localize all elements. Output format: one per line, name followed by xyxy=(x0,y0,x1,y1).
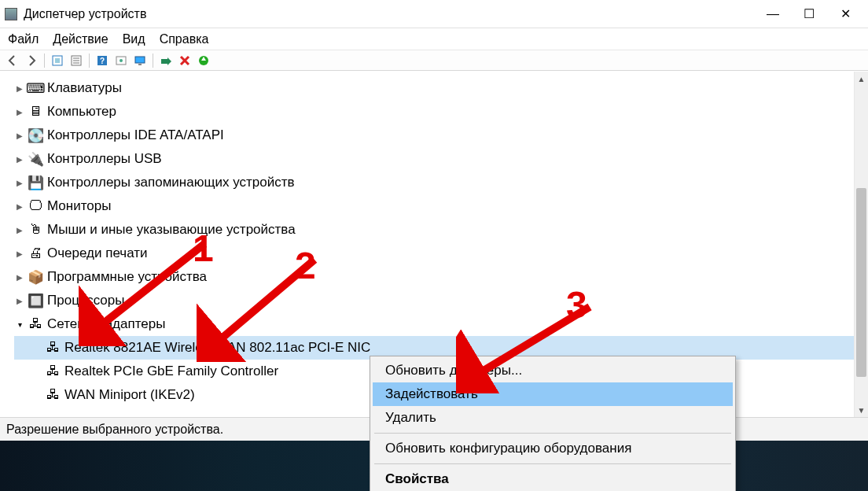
scroll-up-icon[interactable]: ▲ xyxy=(855,72,868,86)
enable-button[interactable] xyxy=(158,53,174,68)
chevron-right-icon[interactable]: ▶ xyxy=(14,130,25,141)
sep xyxy=(153,54,153,68)
window-title: Диспетчер устройств xyxy=(24,7,146,21)
chevron-right-icon[interactable]: ▶ xyxy=(14,248,25,259)
chevron-right-icon[interactable]: ▶ xyxy=(14,271,25,282)
sep xyxy=(44,54,45,68)
tree-label: Сетевые адаптеры xyxy=(47,316,165,332)
scroll-down-icon[interactable]: ▼ xyxy=(855,403,868,417)
disable-button[interactable] xyxy=(177,53,193,68)
tree-label: Мониторы xyxy=(47,198,111,214)
tree-label: Realtek PCIe GbE Family Controller xyxy=(64,364,278,379)
close-button[interactable]: ✕ xyxy=(827,2,863,26)
status-text: Разрешение выбранного устройства. xyxy=(6,423,223,437)
tree-node-storage[interactable]: ▶ 💾 Контроллеры запоминающих устройств xyxy=(14,171,854,194)
network-adapter-icon: 🖧 xyxy=(46,366,60,377)
menu-file[interactable]: Файл xyxy=(8,32,39,46)
drive-icon: 💽 xyxy=(28,130,42,141)
vertical-scrollbar[interactable]: ▲ ▼ xyxy=(854,72,868,417)
tree-label: Мыши и иные указывающие устройства xyxy=(47,222,296,238)
context-separator xyxy=(374,463,731,464)
chevron-right-icon[interactable]: ▶ xyxy=(14,177,25,188)
monitor-icon: 🖵 xyxy=(28,201,42,212)
svg-text:?: ? xyxy=(100,57,105,65)
tree-label: Контроллеры USB xyxy=(47,151,162,167)
toolbar: ? xyxy=(0,50,868,71)
tree-label: Контроллеры IDE ATA/ATAPI xyxy=(47,127,224,143)
chevron-right-icon[interactable]: ▶ xyxy=(14,106,25,117)
context-scan-hardware[interactable]: Обновить конфигурацию оборудования xyxy=(373,437,733,460)
tree-node-computer[interactable]: ▶ 🖥 Компьютер xyxy=(14,100,854,124)
network-icon: 🖧 xyxy=(28,319,42,330)
chevron-right-icon[interactable]: ▶ xyxy=(14,153,25,164)
back-button[interactable] xyxy=(5,53,20,68)
app-icon xyxy=(5,8,17,20)
svg-rect-10 xyxy=(135,57,145,63)
menu-help[interactable]: Справка xyxy=(160,32,209,46)
scroll-thumb[interactable] xyxy=(856,188,866,377)
chevron-right-icon[interactable]: ▶ xyxy=(14,224,25,235)
annotation-number-1: 1 xyxy=(193,227,214,270)
tree-label: Программные устройства xyxy=(47,269,207,285)
tree-label: Realtek 8821AE Wireless LAN 802.11ac PCI… xyxy=(64,340,370,356)
help-button[interactable]: ? xyxy=(94,53,110,68)
update-button[interactable] xyxy=(196,53,211,68)
tree-node-mice[interactable]: ▶ 🖱 Мыши и иные указывающие устройства xyxy=(14,218,854,242)
tree-node-keyboards[interactable]: ▶ ⌨ Клавиатуры xyxy=(14,76,854,100)
tree-node-usb[interactable]: ▶ 🔌 Контроллеры USB xyxy=(14,147,854,171)
tree-node-ide[interactable]: ▶ 💽 Контроллеры IDE ATA/ATAPI xyxy=(14,124,854,147)
software-icon: 📦 xyxy=(28,271,42,282)
usb-icon: 🔌 xyxy=(28,153,42,164)
annotation-number-3: 3 xyxy=(566,283,587,327)
show-hidden-button[interactable] xyxy=(50,53,65,68)
svg-marker-13 xyxy=(167,57,171,65)
chevron-down-icon[interactable]: ▾ xyxy=(14,319,25,330)
sep xyxy=(89,54,90,68)
titlebar: Диспетчер устройств — ☐ ✕ xyxy=(0,0,868,28)
svg-rect-12 xyxy=(161,59,167,64)
tree-node-printqueues[interactable]: ▶ 🖨 Очереди печати xyxy=(14,242,854,265)
storage-icon: 💾 xyxy=(28,177,42,188)
computer-icon: 🖥 xyxy=(28,106,42,117)
cpu-icon: 🔲 xyxy=(28,295,42,306)
tree-node-network-adapters[interactable]: ▾ 🖧 Сетевые адаптеры xyxy=(14,312,854,336)
scroll-track[interactable] xyxy=(855,86,868,403)
monitor-button[interactable] xyxy=(132,53,148,68)
network-adapter-icon: 🖧 xyxy=(46,342,60,353)
svg-rect-1 xyxy=(55,58,60,63)
context-delete[interactable]: Удалить xyxy=(373,406,733,430)
tree-label: Клавиатуры xyxy=(47,80,122,96)
tree-label: Компьютер xyxy=(47,104,116,120)
chevron-right-icon[interactable]: ▶ xyxy=(14,201,25,212)
menu-action[interactable]: Действие xyxy=(53,32,108,46)
minimize-button[interactable]: — xyxy=(755,2,791,26)
annotation-number-2: 2 xyxy=(295,244,316,287)
chevron-right-icon[interactable]: ▶ xyxy=(14,295,25,306)
tree-node-monitors[interactable]: ▶ 🖵 Мониторы xyxy=(14,194,854,218)
tree-label: Очереди печати xyxy=(47,246,148,261)
menubar: Файл Действие Вид Справка xyxy=(0,28,868,50)
keyboard-icon: ⌨ xyxy=(28,83,42,94)
svg-point-9 xyxy=(120,59,123,62)
tree-node-processors[interactable]: ▶ 🔲 Процессоры xyxy=(14,289,854,312)
svg-rect-11 xyxy=(138,64,142,65)
tree-label: Контроллеры запоминающих устройств xyxy=(47,175,294,190)
maximize-button[interactable]: ☐ xyxy=(791,2,827,26)
printer-icon: 🖨 xyxy=(28,248,42,259)
properties-button[interactable] xyxy=(68,53,84,68)
mouse-icon: 🖱 xyxy=(28,224,42,235)
forward-button[interactable] xyxy=(24,53,39,68)
context-menu: Обновить драйверы... Задействовать Удали… xyxy=(370,356,736,491)
tree-node-software[interactable]: ▶ 📦 Программные устройства xyxy=(14,265,854,289)
context-properties[interactable]: Свойства xyxy=(373,467,733,491)
tree-label: WAN Miniport (IKEv2) xyxy=(64,387,195,403)
tree-label: Процессоры xyxy=(47,293,124,308)
menu-view[interactable]: Вид xyxy=(123,32,145,46)
network-adapter-icon: 🖧 xyxy=(46,389,60,401)
context-update-drivers[interactable]: Обновить драйверы... xyxy=(373,359,733,382)
context-separator xyxy=(374,433,731,434)
context-enable[interactable]: Задействовать xyxy=(373,382,733,406)
chevron-right-icon[interactable]: ▶ xyxy=(14,83,25,94)
scan-button[interactable] xyxy=(113,53,129,68)
